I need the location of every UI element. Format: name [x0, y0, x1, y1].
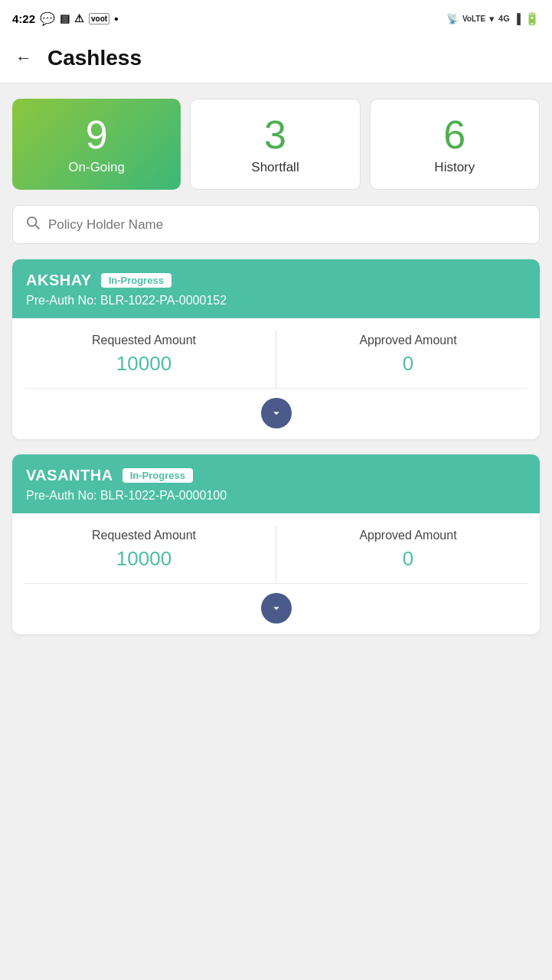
stats-row: 9 On-Going 3 Shortfall 6 History [12, 99, 540, 190]
ongoing-label: On-Going [68, 160, 125, 175]
search-container [12, 205, 540, 244]
claim-name-vasantha: VASANTHA [26, 467, 113, 484]
shortfall-number: 3 [264, 113, 286, 157]
dot-icon: • [114, 12, 118, 25]
claim-amounts-vasantha: Requested Amount 10000 Approved Amount 0 [12, 526, 540, 583]
claim-pre-auth-vasantha: Pre-Auth No: BLR-1022-PA-0000100 [26, 489, 526, 503]
status-time: 4:22 💬 ▤ ⚠ voot • [12, 11, 118, 26]
voot-icon: voot [89, 13, 109, 24]
claim-name-akshay: AKSHAY [26, 272, 92, 289]
claim-card-akshay: AKSHAY In-Progress Pre-Auth No: BLR-1022… [12, 259, 540, 439]
requested-col-akshay: Requested Amount 10000 [12, 330, 276, 388]
battery-icon: 🔋 [524, 11, 540, 26]
approved-col-akshay: Approved Amount 0 [276, 330, 540, 388]
svg-line-1 [35, 226, 39, 230]
history-number: 6 [443, 113, 465, 157]
stat-history[interactable]: 6 History [370, 99, 540, 190]
search-input[interactable] [48, 217, 527, 233]
status-badge-akshay: In-Progress [101, 273, 171, 288]
claim-name-row-vasantha: VASANTHA In-Progress [26, 467, 526, 484]
approved-label-akshay: Approved Amount [359, 334, 456, 347]
approved-label-vasantha: Approved Amount [359, 529, 456, 542]
approved-col-vasantha: Approved Amount 0 [276, 526, 540, 583]
expand-button-vasantha[interactable] [261, 593, 292, 623]
pre-auth-number-akshay: BLR-1022-PA-0000152 [100, 294, 227, 307]
svg-point-0 [28, 217, 37, 226]
expand-button-akshay[interactable] [261, 398, 292, 428]
claim-name-row-akshay: AKSHAY In-Progress [26, 272, 526, 289]
claim-body-vasantha: Requested Amount 10000 Approved Amount 0 [12, 513, 540, 634]
main-content: 9 On-Going 3 Shortfall 6 History AKSHAY … [0, 83, 552, 688]
claim-header-vasantha: VASANTHA In-Progress Pre-Auth No: BLR-10… [12, 454, 540, 513]
stat-shortfall[interactable]: 3 Shortfall [190, 99, 360, 190]
requested-value-vasantha: 10000 [116, 547, 171, 571]
expand-row-vasantha [12, 584, 540, 634]
pre-auth-label-akshay: Pre-Auth No: [26, 294, 96, 307]
back-button[interactable]: ← [15, 48, 32, 68]
claim-pre-auth-akshay: Pre-Auth No: BLR-1022-PA-0000152 [26, 294, 526, 308]
claim-body-akshay: Requested Amount 10000 Approved Amount 0 [12, 318, 540, 439]
search-icon [25, 215, 41, 234]
sim-icon: ▤ [60, 12, 70, 24]
claim-amounts-akshay: Requested Amount 10000 Approved Amount 0 [12, 330, 540, 388]
status-right-icons: 📡 VoLTE ▾ 4G ▐ 🔋 [446, 11, 540, 26]
requested-label-vasantha: Requested Amount [92, 529, 196, 542]
pre-auth-label-vasantha: Pre-Auth No: [26, 489, 96, 502]
bottom-spacer [12, 650, 540, 672]
volte-icon: VoLTE [462, 15, 485, 23]
status-bar: 4:22 💬 ▤ ⚠ voot • 📡 VoLTE ▾ 4G ▐ 🔋 [0, 0, 552, 37]
claim-card-vasantha: VASANTHA In-Progress Pre-Auth No: BLR-10… [12, 454, 540, 634]
network-4g-icon: 4G [498, 14, 510, 23]
history-label: History [434, 160, 475, 175]
approved-value-vasantha: 0 [403, 547, 413, 571]
stat-ongoing[interactable]: 9 On-Going [12, 99, 181, 190]
pre-auth-number-vasantha: BLR-1022-PA-0000100 [100, 489, 227, 502]
ongoing-number: 9 [86, 113, 108, 157]
shortfall-label: Shortfall [251, 160, 299, 175]
requested-value-akshay: 10000 [116, 352, 171, 376]
wifi-icon: ▾ [489, 13, 495, 24]
expand-row-akshay [12, 389, 540, 439]
top-bar: ← Cashless [0, 37, 552, 83]
cast-icon: 📡 [446, 13, 459, 24]
requested-label-akshay: Requested Amount [92, 334, 196, 347]
signal-icon: ▐ [514, 13, 521, 24]
status-badge-vasantha: In-Progress [122, 468, 193, 483]
requested-col-vasantha: Requested Amount 10000 [12, 526, 276, 583]
warning-icon: ⚠ [74, 12, 84, 24]
whatsapp-icon: 💬 [40, 11, 55, 26]
time-display: 4:22 [12, 12, 35, 25]
claim-header-akshay: AKSHAY In-Progress Pre-Auth No: BLR-1022… [12, 259, 540, 318]
approved-value-akshay: 0 [403, 352, 413, 376]
page-title: Cashless [47, 46, 142, 70]
